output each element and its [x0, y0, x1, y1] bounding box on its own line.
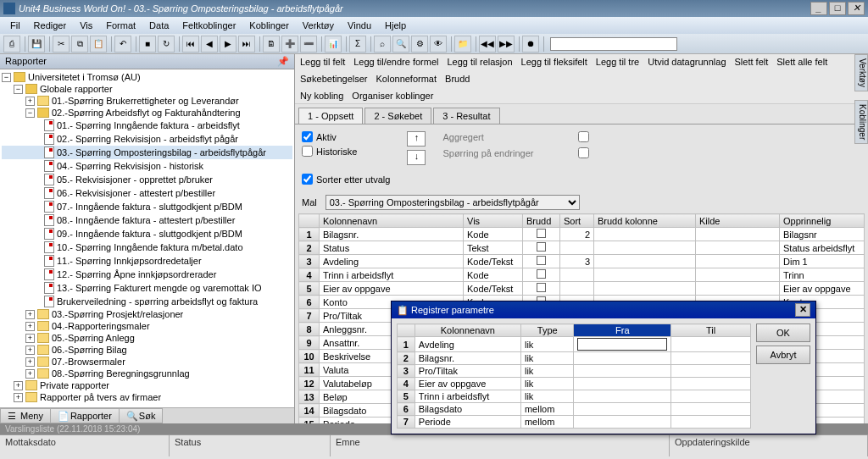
dh-type[interactable]: Type [520, 324, 574, 337]
aktiv-checkbox[interactable]: Aktiv [302, 131, 390, 142]
undo-icon[interactable]: ↶ [114, 36, 131, 53]
rt-legg-formel[interactable]: Legg til/endre formel [352, 56, 440, 68]
dialog-row[interactable]: 1Avdelinglik [398, 337, 751, 352]
grid-row[interactable]: 4Trinn i arbeidsflytKodeTrinn [299, 268, 865, 282]
dialog-ok-button[interactable]: OK [756, 324, 810, 342]
rt-ny-kobling[interactable]: Ny kobling [298, 90, 345, 102]
tree-report-7[interactable]: 07.- Inngående faktura - sluttgodkjent p… [2, 200, 292, 213]
tree-report-8[interactable]: 08.- Inngående faktura - attestert p/bes… [2, 213, 292, 227]
dialog-row[interactable]: 3Pro/Tiltaklik [398, 365, 751, 378]
tree-f03[interactable]: +03.-Spørring Prosjekt/relasjoner [2, 308, 292, 320]
sum-icon[interactable]: Σ [349, 36, 366, 53]
dh-navn[interactable]: Kolonnenavn [415, 324, 520, 337]
maximize-button[interactable]: □ [829, 2, 846, 15]
tree-report-10[interactable]: 10.- Spørring Inngående faktura m/betal.… [2, 241, 292, 254]
print-icon[interactable]: ⎙ [3, 36, 20, 53]
rt-slett-alle[interactable]: Slett alle felt [775, 56, 829, 68]
dh-fra[interactable]: Fra [574, 324, 671, 337]
menu-data[interactable]: Data [142, 19, 175, 32]
dialog-row[interactable]: 2Bilagsnr.lik [398, 352, 751, 365]
tree-report-6[interactable]: 06.- Rekvisisjoner - attestert p/bestill… [2, 186, 292, 200]
rt-brudd[interactable]: Brudd [443, 73, 471, 85]
dialog-row[interactable]: 6Bilagsdatomellom [398, 403, 751, 416]
minimize-button[interactable]: _ [810, 2, 827, 15]
menu-koblinger[interactable]: Koblinger [242, 19, 295, 32]
view-icon[interactable]: 👁 [430, 36, 447, 53]
grid-row[interactable]: 3AvdelingKode/Tekst3Dim 1 [299, 255, 865, 268]
stop-icon[interactable]: ■ [139, 36, 156, 53]
endringer-checkbox[interactable] [578, 147, 589, 158]
rt-slett-felt[interactable]: Slett felt [733, 56, 771, 68]
tree-f05[interactable]: +05.-Spørring Anlegg [2, 332, 292, 344]
menu-verktoy[interactable]: Verktøy [296, 19, 341, 32]
menu-rediger[interactable]: Rediger [27, 19, 74, 32]
tab-resultat[interactable]: 3 - Resultat [433, 108, 499, 124]
folder-icon[interactable]: 📁 [454, 36, 471, 53]
first-icon[interactable]: ⏮ [182, 36, 199, 53]
tree-report-1[interactable]: 01.- Spørring Inngående faktura - arbeid… [2, 119, 292, 132]
tab-rapporter[interactable]: 📄Rapporter [50, 408, 120, 423]
menu-hjelp[interactable]: Hjelp [378, 19, 413, 32]
rt-kolformat[interactable]: Kolonneformat [375, 73, 439, 85]
grid-h-num[interactable] [299, 214, 320, 228]
tree-f04[interactable]: +04.-Rapporteringsmaler [2, 320, 292, 332]
tree-f07[interactable]: +07.-Browsermaler [2, 356, 292, 368]
tree-f08[interactable]: +08.-Spørring Beregningsgrunnlag [2, 368, 292, 379]
tree-report-2[interactable]: 02.- Spørring Rekvisisjon - arbeidsflyt … [2, 132, 292, 146]
tree-tvers[interactable]: +Rapporter på tvers av firmaer [2, 391, 292, 403]
dh-til[interactable]: Til [671, 324, 751, 337]
dialog-row[interactable]: 7Periodemellom [398, 416, 751, 429]
grid-h-sort[interactable]: Sort [560, 214, 594, 228]
grid-row[interactable]: 2StatusTekstStatus arbeidsflyt [299, 241, 865, 255]
add-row-icon[interactable]: ➕ [281, 36, 298, 53]
filter-icon[interactable]: ⌕ [374, 36, 391, 53]
menu-fil[interactable]: Fil [3, 19, 27, 32]
zoom-icon[interactable]: 🔍 [392, 36, 409, 53]
del-row-icon[interactable]: ➖ [300, 36, 317, 53]
close-button[interactable]: ✕ [848, 2, 865, 15]
tab-sokebet[interactable]: 2 - Søkebet [364, 108, 431, 124]
grid-h-opp[interactable]: Opprinnelig [780, 214, 865, 228]
fwd-icon[interactable]: ▶▶ [498, 36, 515, 53]
copy-icon[interactable]: ⧉ [71, 36, 88, 53]
dialog-close-button[interactable]: ✕ [795, 303, 810, 317]
paste-icon[interactable]: 📋 [90, 36, 107, 53]
dialog-row[interactable]: 4Eier av oppgavelik [398, 378, 751, 390]
fra-input[interactable] [577, 338, 667, 351]
tree-report-11[interactable]: 11.- Spørring Innkjøpsordredetaljer [2, 254, 292, 268]
tab-sok[interactable]: 🔍Søk [119, 408, 164, 423]
next-icon[interactable]: ▶ [220, 36, 236, 53]
rt-legg-relasjon[interactable]: Legg til relasjon [445, 56, 514, 68]
tree-report-9[interactable]: 09.- Inngående faktura - sluttgodkjent p… [2, 227, 292, 241]
grid-h-navn[interactable]: Kolonnenavn [320, 214, 464, 228]
save-icon[interactable]: 💾 [28, 36, 45, 53]
rt-legg-felt[interactable]: Legg til felt [298, 56, 347, 68]
prev-icon[interactable]: ◀ [201, 36, 218, 53]
menu-format[interactable]: Format [99, 19, 142, 32]
rt-utvid[interactable]: Utvid datagrunnlag [646, 56, 727, 68]
tree-report-13[interactable]: 13.- Spørring Fakturert mengde og varemo… [2, 281, 292, 295]
record-icon[interactable]: ⏺ [522, 36, 539, 53]
tree-f02[interactable]: −02.-Spørring Arbeidsflyt og Fakturahånd… [2, 107, 292, 119]
mal-select[interactable]: 03.- Spørring Omposteringsbilag - arbeid… [326, 195, 580, 210]
menu-vindu[interactable]: Vindu [341, 19, 378, 32]
last-icon[interactable]: ⏭ [238, 36, 255, 53]
grid-h-kilde[interactable]: Kilde [696, 214, 780, 228]
tree-report-14[interactable]: Brukerveiledning - spørring arbeidsflyt … [2, 295, 292, 308]
tree-f01[interactable]: +01.-Spørring Brukerrettigheter og Lever… [2, 95, 292, 107]
tree-f06[interactable]: +06.-Spørring Bilag [2, 344, 292, 356]
doc-icon[interactable]: 🗎 [263, 36, 280, 53]
menu-feltkoblinger[interactable]: Feltkoblinger [175, 19, 242, 32]
toolbar-search-input[interactable] [550, 37, 677, 51]
rt-legg-tre[interactable]: Legg til tre [594, 56, 641, 68]
side-tab-koblinger[interactable]: Koblinger [854, 100, 868, 144]
move-down-button[interactable]: ↓ [407, 150, 426, 165]
rt-org-kobl[interactable]: Organiser koblinger [350, 90, 435, 102]
aggregert-checkbox[interactable] [578, 131, 589, 142]
tree-report-3[interactable]: 03.- Spørring Omposteringsbilag - arbeid… [2, 146, 292, 159]
move-up-button[interactable]: ↑ [407, 131, 426, 147]
grid-row[interactable]: 1Bilagsnr.Kode2Bilagsnr [299, 228, 865, 241]
historiske-checkbox[interactable]: Historiske [302, 146, 390, 157]
rt-legg-fleksi[interactable]: Legg til fleksifelt [520, 56, 589, 68]
side-tab-verktoy[interactable]: Verktøy [854, 54, 868, 91]
